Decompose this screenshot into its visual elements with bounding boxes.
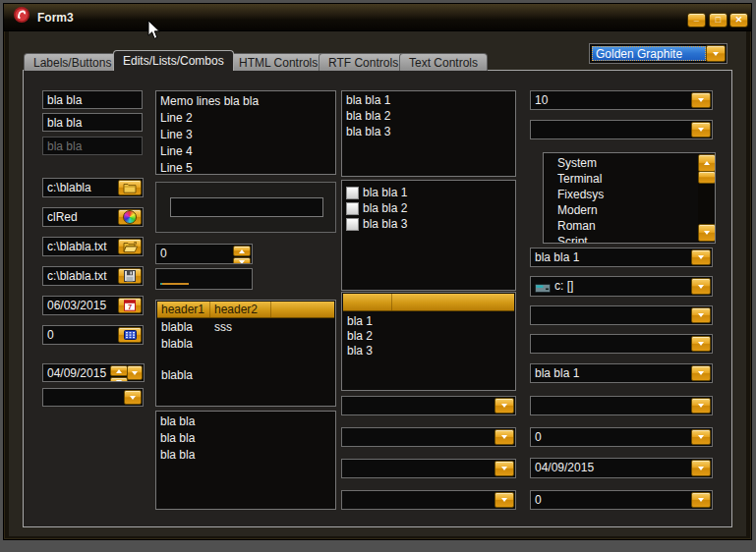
tab-rtf-controls[interactable]: RTF Controls (319, 53, 408, 71)
scroll-up-button[interactable] (698, 154, 716, 172)
scrollbar-thumb[interactable] (698, 171, 716, 184)
left-combo[interactable] (42, 388, 144, 407)
memo-2[interactable]: bla bla bla bla bla bla (155, 411, 336, 510)
save-file-edit[interactable]: c:\blabla.txt (42, 266, 144, 286)
list-item[interactable]: bla bla 3 (342, 216, 515, 232)
combo-r-empty2[interactable] (530, 305, 713, 325)
list-item[interactable]: Modern (544, 202, 715, 218)
tab-text-controls[interactable]: Text Controls (399, 53, 488, 71)
vertical-scrollbar[interactable] (698, 154, 714, 242)
list-item[interactable]: bla bla 1 (342, 92, 515, 108)
spin-up-button[interactable] (110, 365, 128, 376)
table-row[interactable]: blabla sss (157, 320, 334, 335)
tab-labels-buttons[interactable]: Labels/Buttons (24, 53, 121, 71)
checkbox-icon[interactable] (346, 202, 359, 215)
combo-dropdown-button[interactable] (691, 249, 711, 265)
table-row[interactable]: bla 3 (343, 344, 514, 359)
combo-dropdown-button[interactable] (691, 429, 711, 445)
checkbox-icon[interactable] (346, 218, 359, 231)
combo-date[interactable]: 04/09/2015 (530, 458, 713, 478)
listview-2[interactable]: bla 1 bla 2 bla 3 (341, 292, 516, 391)
open-file-button[interactable] (118, 239, 142, 254)
color-picker-button[interactable] (118, 209, 142, 225)
column-header-1[interactable]: header1 (157, 302, 210, 317)
calendar-button[interactable]: 7 (118, 298, 142, 313)
combo-c3-3[interactable] (341, 459, 516, 478)
combo-dropdown-button[interactable] (691, 365, 711, 381)
combo-dropdown-button[interactable] (691, 460, 711, 476)
combo-ten[interactable]: 10 (530, 90, 713, 110)
masked-edit[interactable] (155, 268, 253, 290)
listview-1[interactable]: header1 header2 blabla sss blabla blabla (155, 300, 336, 407)
datetime-dropdown-button[interactable] (127, 365, 143, 380)
combo-dropdown-button[interactable] (691, 122, 711, 138)
combo-r-empty1[interactable] (530, 120, 713, 139)
edit-2[interactable]: bla bla (42, 113, 143, 132)
style-selector-dropdown-button[interactable] (706, 45, 726, 62)
combo-r-empty4[interactable] (530, 396, 713, 415)
combo-dropdown-button[interactable] (494, 429, 514, 445)
list-item[interactable]: bla bla 2 (342, 200, 515, 216)
listbox-1[interactable]: bla bla 1 bla bla 2 bla bla 3 (341, 90, 516, 177)
close-button[interactable]: ✕ (729, 13, 748, 28)
column-header-2[interactable]: header2 (210, 302, 271, 317)
combo-dropdown-button[interactable] (124, 390, 142, 405)
checklistbox[interactable]: bla bla 1 bla bla 2 bla bla 3 (341, 180, 516, 291)
style-selector-combo[interactable]: Golden Graphite (589, 43, 727, 64)
list-item[interactable]: Roman (544, 218, 715, 234)
combo-c3-1[interactable] (341, 396, 516, 415)
datetime-picker[interactable]: 04/09/2015 (42, 363, 145, 382)
combo-zero-2[interactable]: 0 (530, 490, 713, 510)
spin-down-button[interactable] (233, 257, 251, 264)
combo-dropdown-button[interactable] (494, 492, 514, 508)
combo-dropdown-button[interactable] (691, 336, 711, 352)
list-item[interactable]: Script (544, 234, 715, 244)
tab-html-controls[interactable]: HTML Controls (229, 53, 327, 71)
spin-up-button[interactable] (233, 246, 251, 256)
list-item[interactable]: Terminal (544, 171, 715, 187)
list-item[interactable]: bla bla 3 (342, 124, 515, 139)
edit-1[interactable]: bla bla (42, 90, 143, 109)
tab-edits-lists-combos[interactable]: Edits/Lists/Combos (113, 50, 234, 71)
date-edit[interactable]: 06/03/2015 7 (42, 296, 144, 315)
table-row[interactable]: bla 2 (343, 329, 514, 344)
combo-dropdown-button[interactable] (691, 492, 711, 508)
combo-blabla-1[interactable]: bla bla 1 (530, 248, 713, 267)
combo-dropdown-button[interactable] (691, 307, 711, 323)
combo-c3-2[interactable] (341, 427, 516, 447)
checkbox-icon[interactable] (346, 187, 359, 199)
color-edit[interactable]: clRed (42, 207, 144, 227)
list-item[interactable]: Fixedsys (544, 187, 715, 202)
combo-blabla-2[interactable]: bla bla 1 (530, 363, 713, 383)
spin-down-button[interactable] (110, 377, 128, 382)
combo-dropdown-button[interactable] (691, 278, 711, 295)
table-row[interactable]: blabla (157, 368, 334, 383)
calculator-button[interactable] (118, 327, 142, 343)
combo-dropdown-button[interactable] (494, 461, 514, 476)
drive-combo[interactable]: c: [] (530, 276, 713, 297)
spin-edit[interactable]: 0 (155, 244, 253, 264)
list-item[interactable]: bla bla 1 (342, 185, 515, 200)
table-row[interactable]: bla 1 (343, 314, 514, 329)
listview-header[interactable] (343, 294, 514, 311)
list-item[interactable]: bla bla 2 (342, 108, 515, 124)
list-item[interactable]: System (544, 155, 715, 171)
open-file-edit[interactable]: c:\blabla.txt (42, 237, 144, 256)
memo-1[interactable]: Memo lines bla bla Line 2 Line 3 Line 4 … (155, 90, 336, 175)
calculator-edit[interactable]: 0 (42, 325, 144, 345)
save-file-button[interactable] (118, 268, 142, 284)
listview-header[interactable]: header1 header2 (157, 302, 334, 318)
table-row[interactable]: blabla (157, 337, 334, 352)
combo-dropdown-button[interactable] (691, 398, 711, 414)
scroll-down-button[interactable] (698, 224, 716, 242)
minimize-button[interactable]: _ (687, 13, 706, 28)
directory-edit[interactable]: c:\blabla (42, 178, 144, 197)
combo-dropdown-button[interactable] (494, 398, 514, 414)
combo-c3-4[interactable] (341, 490, 516, 510)
combo-dropdown-button[interactable] (691, 92, 711, 108)
combo-zero-1[interactable]: 0 (530, 427, 713, 447)
maximize-button[interactable]: □ (709, 13, 727, 28)
combo-r-empty3[interactable] (530, 334, 713, 354)
inset-edit[interactable] (170, 197, 323, 217)
browse-folder-button[interactable] (118, 180, 142, 195)
